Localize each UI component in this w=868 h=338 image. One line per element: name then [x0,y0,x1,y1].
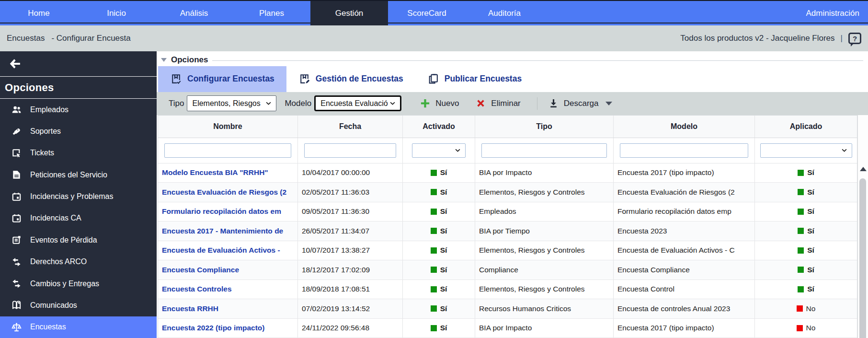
row-activado: Sí [403,163,475,183]
plus-icon [420,98,431,109]
sidebar-item-label: Incidencias y Problemas [30,192,113,201]
row-tipo: Elementos, Riesgos y Controles [475,280,614,299]
scroll-up-icon[interactable] [860,167,867,171]
sidebar-item-incidencias-ca[interactable]: Incidencias CA [0,208,157,229]
row-aplicado-value: No [806,324,816,332]
modelo-label: Modelo [285,99,311,108]
column-header-tipo[interactable]: Tipo [475,116,614,138]
help-icon[interactable]: ? [848,33,861,44]
people-icon [11,104,22,115]
tab-configurar-encuestas[interactable]: Configurar Encuestas [158,66,286,92]
tab-publicar-encuestas[interactable]: Publicar Encuestas [415,66,534,92]
row-name-link[interactable]: Encuesta 2017 - Mantenimiento de [158,221,298,241]
row-modelo: Formulario recopilación datos emp [614,202,755,221]
vertical-scrollbar[interactable] [857,115,868,338]
tab-label: Gestión de Encuestas [316,74,403,84]
tipo-label: Tipo [169,99,184,108]
nav-item-administracion[interactable]: Administración [798,1,868,25]
divider: | [841,34,843,43]
row-modelo: Encuesta de Evaluación Activos - C [614,241,755,260]
row-name-link[interactable]: Encuesta Controles [158,280,298,299]
nav-item-inicio[interactable]: Inicio [78,1,155,25]
row-activado: Sí [403,241,475,260]
sidebar-item-empleados[interactable]: Empleados [0,99,157,120]
eliminar-button[interactable]: Eliminar [475,98,520,109]
sidebar-item-label: Tickets [30,149,54,157]
nav-item-scorecard[interactable]: ScoreCard [388,1,466,25]
back-button[interactable] [0,51,157,77]
descarga-button[interactable]: Descarga [548,98,612,109]
table-row: Encuesta Compliance 18/12/2017 17:02:09 … [158,260,857,280]
table-row: Formulario recopilación datos em 09/05/2… [158,202,857,222]
sidebar: Opciones Empleados [0,51,157,338]
sidebar-item-encuestas[interactable]: Encuestas [0,316,157,338]
filter-tipo-input[interactable] [481,143,607,158]
nav-item-auditoria[interactable]: Auditoría [466,1,543,25]
table-filter-row [158,138,857,163]
clipboard-icon [427,73,439,85]
row-activado-value: Sí [440,207,447,216]
row-activado-value: Sí [440,188,447,197]
table-row: Encuesta 2022 (tipo impacto) 24/11/2022 … [158,319,857,338]
row-name-link[interactable]: Encuesta Evaluación de Riesgos (2 [158,183,298,202]
filter-aplicado-select[interactable] [760,143,852,158]
collapse-triangle-icon[interactable] [161,58,167,62]
status-square-icon [431,170,437,176]
status-square-icon [431,325,437,331]
row-aplicado: No [755,319,857,338]
nav-item-home[interactable]: Home [0,1,78,25]
row-activado-value: Sí [440,324,447,332]
row-tipo: BIA por Impacto [475,163,614,183]
tipo-select[interactable]: Elementos, Riesgos [187,95,276,111]
sidebar-item-cambios-entregas[interactable]: Cambios y Entregas [0,273,157,294]
column-header-activado[interactable]: Activado [403,116,475,138]
sidebar-item-incidencias-problemas[interactable]: Incidencias y Problemas [0,186,157,207]
row-name-link[interactable]: Encuesta Compliance [158,260,298,280]
tab-bar: Configurar Encuestas Gestión de Encuesta… [157,66,868,92]
row-modelo: Encuesta 2023 [614,221,755,241]
row-name-link[interactable]: Encuesta 2022 (tipo impacto) [158,319,298,338]
sidebar-item-derechos-arco[interactable]: Derechos ARCO [0,251,157,273]
filter-activado-select[interactable] [412,143,466,158]
filter-modelo-input[interactable] [620,143,748,158]
tab-gestion-de-encuestas[interactable]: Gestión de Encuestas [286,66,415,92]
row-name-link[interactable]: Encuesta de Evaluación Activos - [158,241,298,260]
row-activado-value: Sí [440,246,447,255]
section-title: Opciones [171,55,208,65]
column-header-nombre[interactable]: Nombre [158,116,298,138]
row-aplicado: Sí [755,183,857,202]
modelo-select[interactable]: Encuesta Evaluació [314,95,401,111]
download-icon [548,98,559,109]
nav-item-planes[interactable]: Planes [233,1,310,25]
user-context: Todos los productos v2 - Jacqueline Flor… [680,33,861,44]
column-header-aplicado[interactable]: Aplicado [755,116,857,138]
sidebar-item-soportes[interactable]: Soportes [0,120,157,142]
column-header-fecha[interactable]: Fecha [298,116,403,138]
modelo-select-value: Encuesta Evaluació [320,99,388,108]
sidebar-item-eventos-perdida[interactable]: Eventos de Pérdida [0,229,157,251]
sidebar-item-label: Soportes [30,127,61,136]
nav-spacer [543,1,798,25]
row-name-link[interactable]: Modelo Encuesta BIA "RRHH" [158,163,298,183]
column-header-modelo[interactable]: Modelo [614,116,755,138]
nav-item-analisis[interactable]: Análisis [155,1,233,25]
chevron-down-icon [265,100,272,107]
product-user-label: Todos los productos v2 - Jacqueline Flor… [680,34,834,43]
row-aplicado-value: Sí [807,266,814,274]
nuevo-button[interactable]: Nuevo [420,98,459,109]
filter-nombre-input[interactable] [164,143,291,158]
row-tipo: Empleados [475,202,614,221]
row-tipo: Elementos, Riesgos y Controles [475,183,614,202]
filter-fecha-input[interactable] [304,143,396,158]
nav-item-gestion[interactable]: Gestión [310,1,388,25]
caret-down-icon [605,102,612,105]
sidebar-item-tickets[interactable]: Tickets [0,142,157,164]
book-icon [11,300,22,311]
sidebar-item-label: Eventos de Pérdida [30,236,97,245]
row-name-link[interactable]: Encuesta RRHH [158,299,298,318]
row-name-link[interactable]: Formulario recopilación datos em [158,202,298,221]
sidebar-item-peticiones[interactable]: Peticiones del Servicio [0,164,157,186]
sidebar-item-comunicados[interactable]: Comunicados [0,294,157,316]
scrollbar-thumb[interactable] [859,178,866,338]
row-fecha: 10/07/2017 13:38:27 [298,241,403,260]
